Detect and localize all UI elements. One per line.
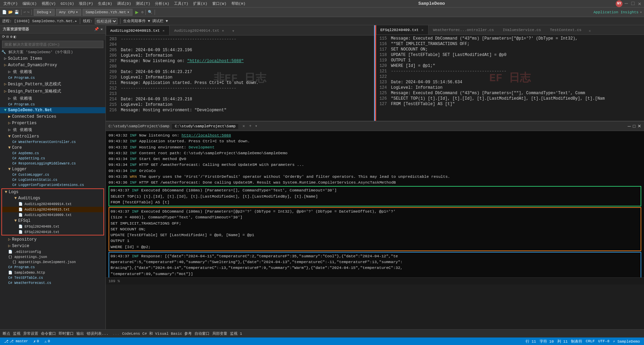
status-warnings[interactable]: ⚠ 0 <box>43 339 51 344</box>
application-insights-label[interactable]: Application Insights <box>593 10 639 14</box>
debug-config-btn[interactable]: Debug ▾ <box>34 9 55 16</box>
terminal-closeall-btn[interactable]: ✕ <box>638 124 641 129</box>
tree-sampledemo-http[interactable]: 📄 SampleDemo.http <box>0 270 105 275</box>
bt-timing[interactable]: 即时窗口 <box>59 331 74 336</box>
status-errors[interactable]: ✗ 0 <box>32 339 40 344</box>
tree-logs-folder[interactable]: ▼ Logs <box>2 189 103 195</box>
tree-weatherforecast[interactable]: C# WeatherForecast.cs <box>0 281 105 286</box>
terminal-content[interactable]: 09:43:32 INF Now listening on: http://lo… <box>106 131 644 277</box>
tree-controllers-folder[interactable]: ▼ Controllers <box>0 133 105 140</box>
tree-aopdemo[interactable]: C# AopDemo.cs <box>0 151 105 156</box>
status-char[interactable]: 字符 10 <box>538 339 555 344</box>
tree-deps[interactable]: ▷ 依 依赖项 <box>0 126 105 133</box>
tree-strategy-program[interactable]: C# Program.cs <box>0 102 105 107</box>
tree-efsql-0410[interactable]: 📄 EFSql20240410.txt <box>2 229 103 235</box>
menu-tools[interactable]: 工具(T) <box>172 0 190 7</box>
status-line[interactable]: 行 11 <box>524 339 538 344</box>
bt-codelens[interactable]: CodeLens C# 和 Visual Basic 参考 <box>122 331 192 336</box>
tree-logcontextstatic[interactable]: C# LogContextStatic.cs <box>0 177 105 183</box>
tree-autofac-deps[interactable]: ▷ 依 依赖项 <box>0 68 105 75</box>
close-auditlog-0914[interactable]: ✕ <box>221 29 225 33</box>
process-label[interactable]: 进程: [10468] SampleDemo.Yzh.Net.▸ <box>2 18 77 24</box>
close-auditlog-0915[interactable]: ✕ <box>162 29 165 33</box>
sidebar-view-btn[interactable]: ◧ <box>14 34 16 39</box>
debugbar-btn[interactable]: 调试栏 ▼ <box>152 18 168 24</box>
tree-autofac[interactable]: ▷ Autofac_DynamicProxy <box>0 62 105 68</box>
bt-output[interactable]: 输出 <box>76 331 84 336</box>
menu-edit[interactable]: 编辑(E) <box>20 0 39 7</box>
tree-repository[interactable]: ▷ Repository <box>0 236 105 243</box>
sidebar-search-input[interactable] <box>2 41 103 48</box>
tree-auditlog-1009[interactable]: 📄 AuditLog20240410009.txt <box>2 212 103 218</box>
menu-file[interactable]: 文件(F) <box>1 0 20 7</box>
tab-efsql-0409[interactable]: EFSql20240409.txt ✕ <box>376 25 429 34</box>
bt-command[interactable]: 命令窗口 <box>41 331 56 336</box>
tab-testcontext[interactable]: TestContext.cs <box>545 25 586 34</box>
user-avatar[interactable]: NY <box>616 0 622 7</box>
bt-locals[interactable]: 局部变量 <box>212 331 227 336</box>
tree-appsettings-dev[interactable]: {} appsettings.Development.json <box>0 260 105 265</box>
terminal-dropdown[interactable]: ▾ <box>255 124 257 129</box>
tree-appsetting[interactable]: C# AppSetting.cs <box>0 156 105 161</box>
maximize-btn[interactable]: □ <box>630 1 636 7</box>
right-tab-close[interactable]: ✕ <box>586 27 594 34</box>
status-encoding[interactable]: UTF-8 <box>597 339 611 344</box>
tree-testefftable[interactable]: C# TestEFTable.cs <box>0 275 105 281</box>
tree-solution-items[interactable]: ▷ Solution Items <box>0 55 105 62</box>
status-lineending[interactable]: CRLF <box>584 339 596 344</box>
bt-errorlist[interactable]: 错误列表... <box>87 331 109 336</box>
tree-core-folder[interactable]: ▼ Core <box>0 145 105 151</box>
menu-extensions[interactable]: 扩展(X) <box>191 0 210 7</box>
terminal-maximize-btn[interactable]: □ <box>633 124 635 129</box>
status-col[interactable]: 列 11 <box>556 339 569 344</box>
status-branch[interactable]: ⎇ ⎇ master <box>3 339 29 344</box>
toolbar-icon-open[interactable]: 📂 <box>8 10 13 14</box>
toolbar-icon-undo[interactable]: ↩ <box>24 10 26 14</box>
sidebar-filter-btn[interactable]: ⚙ <box>10 34 13 39</box>
menu-view[interactable]: 视图(V) <box>40 0 58 7</box>
link-localhost[interactable]: "http://localhost:5088" <box>187 59 244 63</box>
menu-build[interactable]: 生成(B) <box>96 0 114 7</box>
tree-autofac-program[interactable]: C# Program.cs <box>0 75 105 81</box>
tab-auditlog-0914[interactable]: AuditLog20240914.txt ✕ <box>170 26 229 35</box>
lifecycle-btn[interactable]: 生命周期事件 ▼ <box>123 18 150 24</box>
terminal-path-display[interactable]: C:\study\sampleProject\Samp <box>172 123 238 129</box>
tree-editorconfig[interactable]: 📄 .editorconfig <box>0 249 105 255</box>
editor-right-content[interactable]: 115Message: Executed DbCommand ("43"ms) … <box>376 35 644 121</box>
tab-weatherforecast-ctrl[interactable]: WeatherForec...ontroller.cs <box>429 25 498 34</box>
bt-autodoc[interactable]: 自动窗口 <box>195 331 210 336</box>
sidebar-pin-icon[interactable]: 📌 <box>94 27 99 31</box>
close-efsql-0409[interactable]: ✕ <box>421 28 424 32</box>
tree-strategy-deps[interactable]: ▷ 依 依赖项 <box>0 95 105 102</box>
tree-sampledemo-project[interactable]: ▼ SampleDemo.Yzh.Net <box>0 107 105 113</box>
tree-appsettings[interactable]: {} appsettings.json <box>0 255 105 260</box>
tab-ivaluesservice[interactable]: IValuesService.cs <box>498 25 545 34</box>
terminal-minimize-btn[interactable]: ─ <box>628 124 631 129</box>
toolbar-icon-settings[interactable]: ⚙ <box>141 10 144 14</box>
bt-watch[interactable]: 监视 <box>13 331 20 336</box>
tree-auditlogs-folder[interactable]: ▼ AuditLogs <box>2 195 103 201</box>
editor-left-content[interactable]: 203-------------------------------------… <box>106 35 374 121</box>
tree-design-state[interactable]: ▷ Design_Pattern_状态模式 <box>0 81 105 88</box>
menu-debug[interactable]: 调试(D) <box>115 0 133 7</box>
tree-program[interactable]: C# Program.cs <box>0 265 105 270</box>
tree-customlogger[interactable]: C# CustomLogger.cs <box>0 172 105 177</box>
menu-test[interactable]: 测试(T) <box>134 0 152 7</box>
menu-project[interactable]: 项目(P) <box>77 0 95 7</box>
bt-breakpoints[interactable]: 断点 <box>3 331 10 336</box>
tree-logger-folder[interactable]: ▼ Logger <box>0 166 105 172</box>
tab-auditlog-0915[interactable]: AuditLog2024040915.txt ✕ <box>106 26 170 35</box>
terminal-close-icon[interactable]: ✕ <box>242 124 245 129</box>
toolbar-icon-search[interactable]: 🔍 <box>148 10 153 14</box>
menu-git[interactable]: GIt(G) <box>58 1 76 6</box>
close-btn[interactable]: ✕ <box>636 0 643 7</box>
tree-design-strategy[interactable]: ▷ Design_Pattern_策略模式 <box>0 88 105 95</box>
menu-help[interactable]: 帮助(H) <box>229 0 248 7</box>
cpu-btn[interactable]: Any CPU ▾ <box>56 9 81 16</box>
menu-analyze[interactable]: 分析(A) <box>153 0 171 7</box>
tree-efsql-0409[interactable]: 📄 EFSql20240409.txt <box>2 224 103 229</box>
sidebar-close-icon[interactable]: ✕ <box>100 27 103 31</box>
minimize-btn[interactable]: ─ <box>623 1 629 7</box>
tree-weatherforecast-controller[interactable]: C# WeatherForecastController.cs <box>0 140 105 145</box>
toolbar-icon-new[interactable]: 📄 <box>2 10 7 14</box>
